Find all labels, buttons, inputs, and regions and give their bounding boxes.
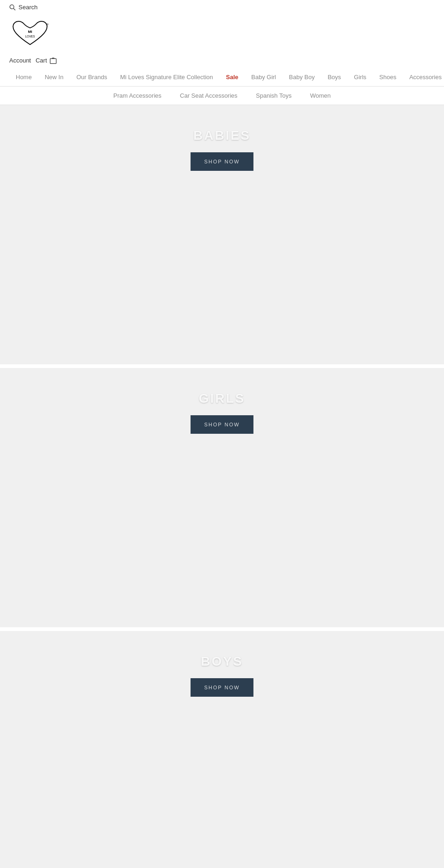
primary-nav: Home New In Our Brands Mi Loves Signatur… [0, 68, 444, 87]
nav-boys[interactable]: Boys [321, 68, 347, 86]
shop-now-girls-button[interactable]: SHOP NOW [191, 415, 254, 434]
account-link[interactable]: Account [9, 57, 31, 64]
shop-now-boys-button[interactable]: SHOP NOW [191, 678, 254, 697]
shop-now-babies-button[interactable]: SHOP NOW [191, 152, 254, 171]
nav-home[interactable]: Home [9, 68, 38, 86]
logo[interactable]: MI LOVES ® [9, 19, 51, 51]
hero-babies-title: BABIES [193, 128, 251, 143]
hero-boys-title: BOYS [201, 654, 243, 669]
logo-svg: MI LOVES ® [9, 19, 51, 51]
hero-babies: BABIES SHOP NOW [0, 105, 444, 364]
nav-accessories[interactable]: Accessories [403, 68, 444, 86]
nav-baby-girl[interactable]: Baby Girl [245, 68, 282, 86]
nav-baby-boy[interactable]: Baby Boy [283, 68, 321, 86]
nav-our-brands[interactable]: Our Brands [70, 68, 113, 86]
svg-point-0 [10, 5, 14, 9]
logo-area: MI LOVES ® [0, 14, 444, 56]
nav-spanish-toys[interactable]: Spanish Toys [247, 87, 301, 105]
cart-link[interactable]: Cart [36, 56, 57, 64]
hero-girls-title: GIRLS [199, 391, 246, 406]
svg-line-1 [13, 8, 15, 10]
account-cart-bar: Account Cart [0, 56, 444, 68]
secondary-nav: Pram Accessories Car Seat Accessories Sp… [0, 87, 444, 105]
search-label: Search [18, 4, 37, 11]
nav-sale[interactable]: Sale [220, 68, 245, 86]
svg-rect-5 [50, 59, 56, 64]
svg-text:MI: MI [28, 30, 32, 34]
svg-text:®: ® [47, 23, 49, 26]
hero-boys: BOYS SHOP NOW [0, 631, 444, 868]
nav-car-seat-accessories[interactable]: Car Seat Accessories [171, 87, 247, 105]
nav-signature[interactable]: Mi Loves Signature Elite Collection [114, 68, 220, 86]
nav-girls[interactable]: Girls [347, 68, 373, 86]
svg-text:LOVES: LOVES [25, 35, 35, 38]
nav-women[interactable]: Women [301, 87, 340, 105]
nav-pram-accessories[interactable]: Pram Accessories [104, 87, 171, 105]
nav-shoes[interactable]: Shoes [373, 68, 403, 86]
nav-new-in[interactable]: New In [38, 68, 70, 86]
search-icon [9, 4, 16, 11]
search-bar[interactable]: Search [0, 0, 444, 14]
hero-girls: GIRLS SHOP NOW [0, 368, 444, 627]
cart-label: Cart [36, 57, 47, 64]
cart-icon [49, 56, 57, 64]
